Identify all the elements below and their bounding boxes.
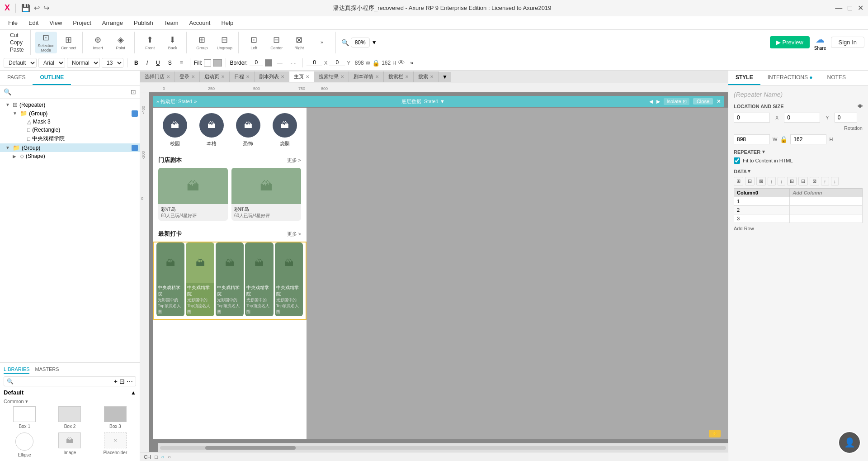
filter-icon[interactable]: ⊡ — [131, 88, 136, 95]
component-image[interactable]: 🏔 Image — [49, 432, 90, 457]
data-tool-col-down[interactable]: ↓ — [831, 177, 839, 185]
zoom-dropdown-icon[interactable]: ▼ — [372, 39, 377, 46]
checkin-1[interactable]: 🏔 中央戏精学院 光影国中的Top顶流名人圈 — [156, 242, 184, 316]
align-left-button[interactable]: ⊡ Left — [243, 32, 265, 53]
dp-nav-prev[interactable]: ◀ — [649, 99, 653, 105]
data-tool-remove[interactable]: ⊟ — [745, 177, 755, 185]
fit-to-content-checkbox[interactable] — [734, 157, 740, 164]
user-avatar[interactable]: 👤 — [838, 431, 861, 454]
component-box1[interactable]: Box 1 — [4, 406, 45, 429]
checkin-2[interactable]: 🏔 中央戏精学院 光影国中的Top顶流名人圈 — [186, 242, 214, 316]
front-button[interactable]: ⬆ Front — [139, 32, 161, 53]
menu-file[interactable]: File — [4, 18, 22, 28]
insert-button[interactable]: ⊕ Insert — [87, 32, 109, 53]
checkin-3[interactable]: 🏔 中央戏精学院 光影国中的Top顶流名人圈 — [216, 242, 244, 316]
component-ellipse[interactable]: Ellipse — [4, 432, 45, 457]
base-layer-dropdown[interactable]: ▼ — [440, 99, 445, 104]
component-placeholder[interactable]: ✕ Placeholder — [94, 432, 136, 457]
tree-item-group2[interactable]: ▼ 📁 (Group) — [0, 143, 140, 152]
tree-item-shape[interactable]: ▶ ◇ (Shape) — [0, 152, 140, 160]
cut-button[interactable]: Cut — [8, 32, 26, 39]
border-style-btn2[interactable]: - - — [288, 58, 299, 67]
copy-button[interactable]: Copy — [8, 39, 26, 46]
zoom-button[interactable]: 80% — [351, 38, 370, 48]
more-align-button[interactable]: » — [311, 32, 333, 53]
x-location-input[interactable] — [734, 113, 770, 123]
dp-nav-next[interactable]: ▶ — [656, 99, 660, 105]
data-tool-col-add[interactable]: ⊞ — [787, 177, 797, 185]
save-button[interactable]: 💾 — [21, 4, 30, 12]
close-panel-button[interactable]: Close — [693, 98, 713, 105]
style-select[interactable]: Normal — [67, 58, 100, 68]
tab-notes[interactable]: NOTES — [820, 71, 853, 85]
status-icon-1[interactable]: □ — [155, 454, 158, 460]
tab-search-close[interactable]: ✕ — [430, 74, 434, 79]
menu-view[interactable]: View — [45, 18, 66, 28]
tab-search-bar-close[interactable]: ✕ — [405, 74, 409, 79]
category-horror[interactable]: 🏔 恐怖 — [236, 113, 260, 147]
category-honkaku[interactable]: 🏔 本格 — [199, 113, 224, 147]
preview-button[interactable]: ▶ Preview — [770, 36, 810, 48]
table-row-3[interactable]: 3 — [734, 214, 863, 223]
menu-edit[interactable]: Edit — [24, 18, 43, 28]
tab-script-list-close[interactable]: ✕ — [281, 74, 284, 79]
paste-button[interactable]: Paste — [8, 46, 26, 53]
tab-search-results[interactable]: 搜索结果 ✕ — [314, 71, 349, 82]
underline-button[interactable]: U — [153, 58, 163, 67]
tab-masters[interactable]: MASTERS — [35, 366, 59, 374]
repeater-dropdown-icon[interactable]: ▾ — [762, 149, 765, 155]
lightning-badge[interactable]: ⚡ — [709, 430, 721, 437]
fill-color-swatch2[interactable] — [213, 59, 222, 67]
data-tool-up[interactable]: ↑ — [768, 177, 776, 185]
tab-home-close[interactable]: ✕ — [306, 74, 309, 79]
menu-team[interactable]: Team — [160, 18, 183, 28]
status-icon-3[interactable]: ○ — [168, 454, 171, 460]
border-input[interactable] — [250, 59, 263, 66]
data-tool-grid2[interactable]: ⊠ — [756, 177, 766, 185]
tab-schedule-close[interactable]: ✕ — [246, 74, 250, 79]
data-tool-col-remove[interactable]: ⊟ — [798, 177, 808, 185]
tree-item-rectangle[interactable]: □ (Rectangle) — [0, 126, 140, 134]
ungroup-button[interactable]: ⊟ Ungroup — [214, 32, 236, 53]
point-button[interactable]: ◈ Point — [110, 32, 132, 53]
data-tool-grid[interactable]: ⊞ — [734, 177, 743, 185]
status-icon-2[interactable]: ○ — [161, 454, 165, 460]
bold-button[interactable]: B — [131, 58, 142, 67]
share-button[interactable]: ☁ Share — [814, 34, 826, 51]
tab-outline[interactable]: OUTLINE — [33, 71, 71, 85]
tab-style[interactable]: STYLE — [728, 71, 760, 85]
dp-breadcrumb[interactable]: » 拖动层: State1 » — [156, 98, 197, 105]
checkin-5[interactable]: 🏔 中央戏精学院 光影国中的Top顶流名人圈 — [275, 242, 303, 316]
tab-schedule[interactable]: 日程 ✕ — [230, 71, 255, 82]
lib-more-button[interactable]: ⋯ — [127, 378, 133, 385]
data-tool-down[interactable]: ↓ — [778, 177, 786, 185]
card-2[interactable]: 🏔 彩虹岛 60人已玩/4星好评 — [231, 168, 301, 221]
format-more-button[interactable]: » — [407, 58, 416, 67]
tab-select-store-close[interactable]: ✕ — [166, 74, 170, 79]
canvas-scrollbar-h[interactable] — [158, 443, 728, 452]
add-row-button[interactable]: Add Row — [734, 226, 754, 231]
border-style-btn1[interactable]: — — [274, 58, 286, 67]
minimize-button[interactable]: — — [835, 4, 842, 12]
col-add-column-header[interactable]: Add Column — [790, 189, 863, 197]
align-center-button[interactable]: ⊟ Center — [266, 32, 288, 53]
tab-select-store[interactable]: 选择门店 ✕ — [140, 71, 175, 82]
section-more-checkin[interactable]: 更多 > — [287, 231, 301, 238]
undo-button[interactable]: ↩ — [34, 4, 40, 12]
menu-arrange[interactable]: Arrange — [98, 18, 127, 28]
list-button[interactable]: ≡ — [177, 58, 186, 67]
y-location-input[interactable] — [784, 113, 820, 123]
x-coord-input[interactable] — [307, 59, 322, 66]
back-button[interactable]: ⬇ Back — [162, 32, 184, 53]
lib-search-input[interactable] — [15, 379, 112, 384]
section-more-scripts[interactable]: 更多 > — [287, 157, 301, 164]
redo-button[interactable]: ↪ — [43, 4, 49, 12]
tab-script-detail[interactable]: 剧本详情 ✕ — [349, 71, 384, 82]
height-input[interactable] — [790, 134, 826, 144]
component-box2[interactable]: Box 2 — [49, 406, 90, 429]
visibility-icon[interactable]: 👁 — [398, 59, 405, 67]
size-select[interactable]: 13 — [102, 58, 123, 68]
card-1[interactable]: 🏔 彩虹岛 60人已玩/4星好评 — [158, 168, 228, 221]
close-panel-x-icon[interactable]: ✕ — [717, 99, 721, 105]
tab-launch[interactable]: 启动页 ✕ — [200, 71, 230, 82]
